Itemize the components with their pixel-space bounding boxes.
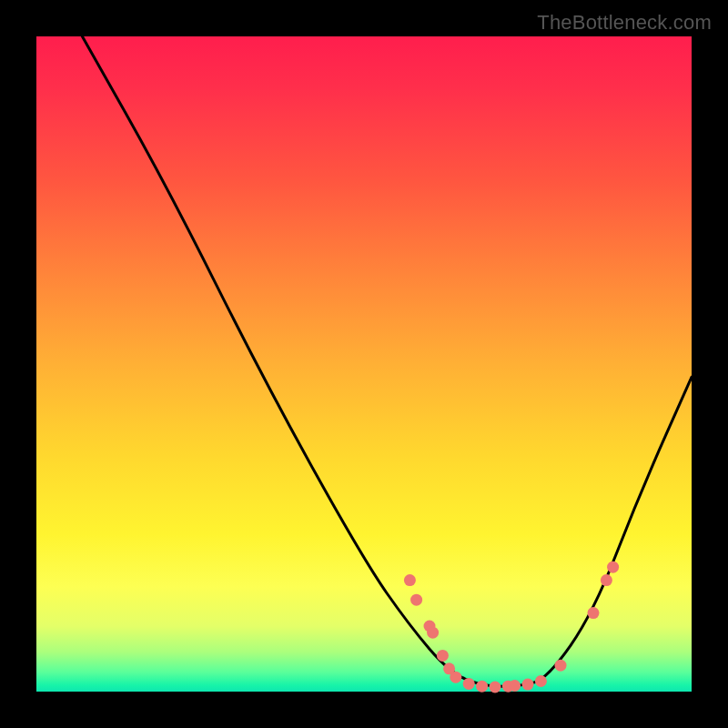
data-marker — [588, 607, 600, 619]
data-marker — [450, 672, 461, 683]
data-marker — [601, 574, 612, 586]
data-marker — [427, 627, 439, 639]
data-marker — [490, 682, 501, 693]
source-watermark: TheBottleneck.com — [537, 11, 712, 35]
data-marker — [535, 675, 547, 687]
chart-container: TheBottleneck.com — [0, 0, 728, 728]
marker-group — [404, 561, 619, 693]
data-marker — [476, 681, 488, 693]
data-marker — [410, 594, 422, 606]
data-marker — [437, 650, 449, 662]
data-marker — [555, 660, 567, 672]
data-marker — [463, 678, 475, 690]
curve-svg — [36, 36, 692, 692]
data-marker — [522, 679, 534, 691]
plot-area — [36, 36, 692, 692]
data-marker — [404, 574, 416, 586]
data-marker — [607, 561, 619, 573]
data-marker — [509, 680, 521, 692]
bottleneck-curve — [82, 36, 692, 686]
